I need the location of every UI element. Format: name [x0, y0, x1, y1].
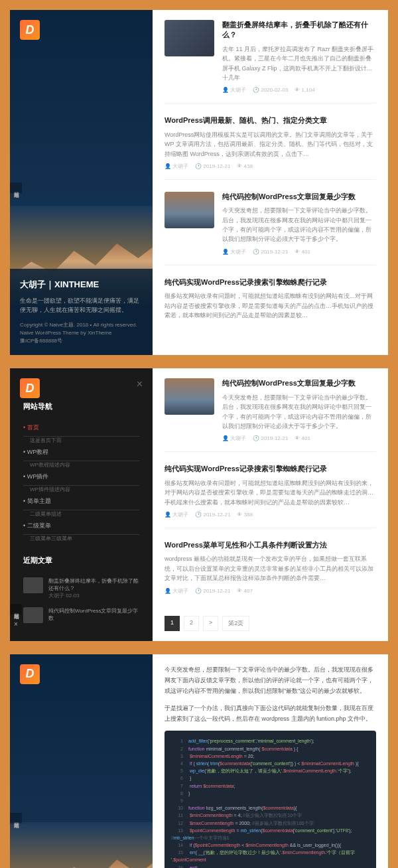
menu-tab[interactable]: 网站菜单: [10, 813, 22, 824]
copyright: Copyright © Naive主题. 2018 • All rights r…: [20, 321, 143, 345]
article-body: 今天突发奇想，想要限制一下文章评论当中的最少字数。后台，我发现现在很多网友下面内…: [153, 654, 388, 869]
recent-posts: 近期文章 翻盖折叠屏终结摩丰，折叠手机除了酷还有什么？大胡子 02-03纯代码控…: [23, 555, 139, 627]
author-icon: 👤 大胡子: [165, 588, 188, 594]
sidebar: D 网站菜单 大胡子｜XINTHEME 生命是一团欲望，欲望不能满足便痛苦，满足…: [10, 654, 153, 869]
code-line: 10function bzg_set_comments_length($comm…: [171, 804, 369, 812]
nav-sub: WP教程描述内容: [23, 461, 139, 469]
post-thumb: [165, 20, 214, 56]
date: 🕐 2019-12-21: [195, 588, 230, 594]
post-meta: 👤 大胡子🕐 2019-12-21👁 438: [165, 163, 376, 170]
sidebar: D 网站菜单 大胡子｜XINTHEME 生命是一团欲望，欲望不能满足便痛苦，满足…: [10, 10, 153, 355]
date: 🕐 2019-12-21: [195, 512, 230, 518]
views: 👁 407: [237, 588, 253, 594]
hero-sky: [10, 822, 153, 868]
author-icon: 👤 大胡子: [222, 435, 246, 441]
pagination: 1 2 > 第2页: [165, 616, 376, 631]
close-icon[interactable]: ×: [137, 378, 143, 390]
code-line: 16 exit;: [171, 864, 369, 868]
screen-nav-open: D × 网站菜单 × 网站导航 • 首页这是首页下面• WP教程WP教程描述内容…: [10, 368, 388, 640]
date: 🕐 2020-02-03: [253, 87, 288, 93]
page-2[interactable]: 2: [184, 616, 199, 631]
post-title[interactable]: 翻盖折叠屏终结摩丰，折叠手机除了酷还有什么？: [222, 20, 376, 40]
main-content: 翻盖折叠屏终结摩丰，折叠手机除了酷还有什么？去年 11 月后，摩托罗拉高调发布了…: [153, 10, 388, 355]
post-item: 纯代码控制WordPress文章回复最少字数今天突发奇想，想要限制一下文章评论当…: [165, 378, 376, 452]
author-icon: 👤 大胡子: [165, 163, 188, 169]
post-title[interactable]: WordPress调用最新、随机、热门、指定分类文章: [165, 115, 376, 125]
post-title[interactable]: 纯代码控制WordPress文章回复最少字数: [222, 192, 376, 202]
main-content: 纯代码控制WordPress文章回复最少字数今天突发奇想，想要限制一下文章评论当…: [153, 368, 388, 640]
author-icon: 👤 大胡子: [222, 87, 246, 93]
site-info: 大胡子｜XINTHEME 生命是一团欲望，欲望不能满足便痛苦，满足便无聊，人生就…: [10, 269, 153, 356]
post-item: 纯代码实现WordPress记录搜索引擎蜘蛛爬行记录很多站友网站收录有问题时，可…: [165, 464, 376, 528]
nav-item[interactable]: • WP插件: [23, 469, 139, 486]
nav-sub: 这是首页下面: [23, 437, 139, 444]
nav-sub: WP插件描述内容: [23, 486, 139, 493]
nav-item[interactable]: • 二级菜单: [23, 518, 139, 535]
recent-title: 近期文章: [23, 555, 139, 565]
author-icon: 👤 大胡子: [222, 249, 246, 255]
post-title[interactable]: 纯代码控制WordPress文章回复最少字数: [222, 378, 376, 388]
nav-item[interactable]: • WP教程: [23, 444, 139, 461]
code-line: 3 $minimalCommentLength = 20;: [171, 753, 369, 760]
site-desc: 生命是一团欲望，欲望不能满足便痛苦，满足便无聊，人生就在痛苦和无聊之间摇摆。: [20, 296, 143, 315]
post-item: WordPress菜单可见性和小工具条件判断设置方法wordpress 最核心的…: [165, 540, 376, 604]
logo[interactable]: D: [20, 378, 40, 398]
code-line: 14 if ($pointCommentlength < $minComment…: [171, 841, 369, 849]
page-current[interactable]: 1: [165, 616, 180, 631]
nav-item[interactable]: • 简单主题: [23, 493, 139, 510]
post-excerpt: 很多站友网站收录有问题时，可能就想知道站底蜘蛛爬没到的网站有没到的来，对于网站内…: [165, 478, 376, 507]
post-excerpt: 去年 11 月后，摩托罗拉高调发布了 Razr 翻盖夹折叠屏手机。紧接着，三星在…: [222, 44, 376, 83]
recent-item[interactable]: 翻盖折叠屏终结摩丰，折叠手机除了酷还有什么？大胡子 02-03: [23, 573, 139, 603]
code-line: 4 if ( strlen( trim($commentdata['commen…: [171, 760, 369, 767]
page-next[interactable]: >: [203, 616, 218, 631]
post-title[interactable]: WordPress菜单可见性和小工具条件判断设置方法: [165, 540, 376, 550]
post-title[interactable]: 纯代码实现WordPress记录搜索引擎蜘蛛爬行记录: [165, 464, 376, 474]
post-item: 翻盖折叠屏终结摩丰，折叠手机除了酷还有什么？去年 11 月后，摩托罗拉高调发布了…: [165, 20, 376, 104]
recent-thumb: [23, 577, 43, 593]
post-item: 纯代码控制WordPress文章回复最少字数今天突发奇想，想要限制一下文章评论当…: [165, 192, 376, 265]
site-title: 大胡子｜XINTHEME: [20, 279, 143, 291]
views: 👁 401: [295, 249, 310, 255]
post-thumb: [165, 192, 214, 228]
views: 👁 401: [295, 435, 310, 441]
recent-item[interactable]: 纯代码控制WordPress文章回复最少字数: [23, 603, 139, 627]
nav-panel: 网站导航 • 首页这是首页下面• WP教程WP教程描述内容• WP插件WP插件描…: [10, 368, 153, 637]
logo[interactable]: D: [20, 664, 40, 684]
recent-thumb: [23, 607, 43, 623]
menu-close-icon[interactable]: ×: [10, 620, 22, 628]
post-meta: 👤 大胡子🕐 2020-02-03👁 1,104: [222, 86, 376, 94]
code-line: 2function minimal_comment_length( $comme…: [171, 745, 369, 753]
post-title[interactable]: 纯代码实现WordPress记录搜索引擎蜘蛛爬行记录: [165, 277, 376, 287]
post-meta: 👤 大胡子🕐 2019-12-21👁 407: [165, 587, 376, 595]
menu-tab[interactable]: 网站菜单: [10, 182, 22, 193]
page-last[interactable]: 第2页: [222, 616, 249, 631]
nav-title: 网站导航: [23, 401, 139, 411]
nav-item[interactable]: • 首页: [23, 419, 139, 437]
code-line: 9: [171, 797, 369, 804]
author-icon: 👤 大胡子: [165, 512, 188, 518]
views: 👁 1,104: [295, 87, 314, 93]
post-excerpt: wordpress 最核心的功能就是现有一个发布文章的平台，如果想做一套互联系统…: [165, 554, 376, 583]
post-excerpt: 今天突发奇想，想要限制一下文章评论当中的最少字数。后台，我发现现在很多网友在我的…: [222, 393, 376, 431]
views: 👁 388: [237, 512, 253, 518]
screen-blog-list: D 网站菜单 大胡子｜XINTHEME 生命是一团欲望，欲望不能满足便痛苦，满足…: [10, 10, 388, 355]
views: 👁 438: [237, 163, 253, 169]
code-block: 1add_filter('preprocess_comment','minima…: [165, 731, 376, 868]
code-line: 7 return $commentdata;: [171, 782, 369, 790]
date: 🕐 2019-12-21: [253, 435, 288, 441]
code-line: 11 $minCommentlength = 4; //最少输入字数控制在10个…: [171, 812, 369, 819]
code-line: 13 $pointCommentlength = mb_strlen($comm…: [171, 827, 369, 841]
code-line: 12 $maxCommentlength = 2000; //最多输入字数控制在…: [171, 820, 369, 827]
logo[interactable]: D: [20, 20, 40, 40]
post-thumb: [165, 378, 214, 415]
date: 🕐 2019-12-21: [195, 163, 230, 169]
post-excerpt: 很多站友网站收录有问题时，可能就想知道站底蜘蛛有没到的网站有没...对于网站内容…: [165, 291, 376, 320]
screen-article: D 网站菜单 大胡子｜XINTHEME 生命是一团欲望，欲望不能满足便痛苦，满足…: [10, 654, 388, 869]
post-meta: 👤 大胡子🕐 2019-12-21👁 401: [222, 435, 376, 442]
code-line: 6 }: [171, 774, 369, 782]
date: 🕐 2019-12-21: [253, 249, 288, 255]
post-item: WordPress调用最新、随机、热门、指定分类文章WordPress网站使用模…: [165, 115, 376, 180]
post-excerpt: 今天突发奇想，想要限制一下文章评论当中的最少字数。后台，我发现现在很多网友在我的…: [222, 206, 376, 244]
menu-tab[interactable]: 网站菜单: [10, 604, 22, 615]
sidebar-nav: D × 网站菜单 × 网站导航 • 首页这是首页下面• WP教程WP教程描述内容…: [10, 368, 153, 640]
